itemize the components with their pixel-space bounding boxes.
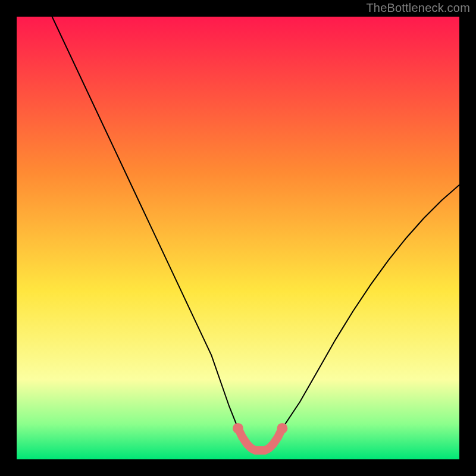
chart-svg <box>0 0 476 476</box>
watermark-text: TheBottleneck.com <box>366 1 470 15</box>
highlight-dot-left <box>233 423 243 434</box>
highlight-dot-right <box>277 423 287 434</box>
bottleneck-chart: TheBottleneck.com <box>0 0 476 476</box>
